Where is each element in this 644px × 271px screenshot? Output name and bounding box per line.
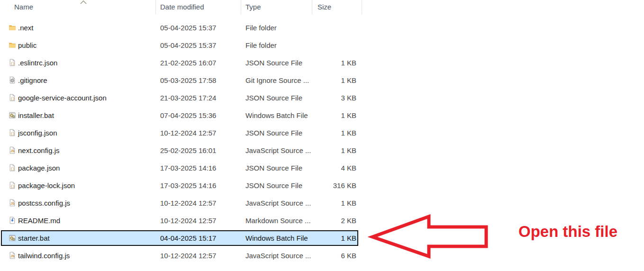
- md-icon: [9, 217, 16, 224]
- js-icon: JS: [9, 199, 16, 207]
- file-date-modified: 05-04-2025 15:37: [160, 36, 216, 54]
- json-icon: {}: [9, 164, 16, 172]
- file-type: File folder: [245, 36, 277, 54]
- file-date-modified: 05-03-2025 17:58: [160, 72, 216, 89]
- column-separator[interactable]: [155, 0, 156, 14]
- file-date-modified: 21-03-2025 17:24: [160, 89, 216, 107]
- file-date-modified: 10-12-2024 12:57: [160, 212, 216, 229]
- file-row[interactable]: installer.bat07-04-2025 15:36Windows Bat…: [0, 107, 362, 124]
- file-date-modified: 05-04-2025 15:37: [160, 19, 216, 36]
- file-row[interactable]: .next05-04-2025 15:37File folder: [0, 19, 362, 36]
- file-date-modified: 25-02-2025 16:01: [160, 142, 216, 159]
- file-type: Windows Batch File: [245, 107, 308, 124]
- file-type: JSON Source File: [245, 54, 302, 72]
- file-row[interactable]: public05-04-2025 15:37File folder: [0, 36, 362, 54]
- file-row[interactable]: JSpostcss.config.js10-12-2024 12:57JavaS…: [0, 194, 362, 212]
- file-type: Markdown Source ...: [245, 212, 311, 229]
- file-row[interactable]: {}google-service-account.json21-03-2025 …: [0, 89, 362, 107]
- column-header-name[interactable]: Name: [14, 3, 33, 11]
- file-date-modified: 10-12-2024 12:57: [160, 247, 216, 264]
- json-icon: {}: [9, 94, 16, 101]
- file-type: JSON Source File: [245, 89, 302, 107]
- file-name: public: [18, 36, 36, 54]
- file-row[interactable]: starter.bat04-04-2025 15:17Windows Batch…: [0, 229, 362, 247]
- file-type: File folder: [245, 19, 277, 36]
- column-header-size[interactable]: Size: [317, 3, 331, 11]
- column-separator[interactable]: [241, 0, 241, 14]
- file-size: 4 KB: [312, 159, 356, 177]
- file-row[interactable]: {}package-lock.json17-03-2025 14:16JSON …: [0, 177, 362, 194]
- file-date-modified: 10-12-2024 12:57: [160, 124, 216, 142]
- svg-text:{}: {}: [11, 62, 15, 65]
- file-type: JavaScript Source ...: [245, 194, 311, 212]
- column-header-row: Name Date modified Type Size: [0, 0, 365, 14]
- file-date-modified: 17-03-2025 14:16: [160, 159, 216, 177]
- file-date-modified: 17-03-2025 14:16: [160, 177, 216, 194]
- column-header-type[interactable]: Type: [245, 3, 261, 11]
- file-date-modified: 07-04-2025 15:36: [160, 107, 216, 124]
- file-size: 1 KB: [312, 124, 356, 142]
- file-type: JavaScript Source ...: [245, 142, 311, 159]
- file-row[interactable]: .gitignore05-03-2025 17:58Git Ignore Sou…: [0, 72, 362, 89]
- sort-ascending-icon: [80, 0, 87, 5]
- svg-text:{}: {}: [11, 97, 15, 100]
- svg-text:{}: {}: [11, 167, 15, 171]
- svg-text:{}: {}: [11, 184, 15, 188]
- file-size: 1 KB: [312, 72, 356, 89]
- column-separator[interactable]: [312, 0, 312, 14]
- file-name: google-service-account.json: [18, 89, 107, 107]
- file-name: .eslintrc.json: [18, 54, 57, 72]
- file-row[interactable]: README.md10-12-2024 12:57Markdown Source…: [0, 212, 362, 229]
- file-size: 3 KB: [312, 89, 356, 107]
- file-size: 6 KB: [312, 247, 356, 264]
- file-row[interactable]: {}package.json17-03-2025 14:16JSON Sourc…: [0, 159, 362, 177]
- column-header-date-modified[interactable]: Date modified: [160, 3, 204, 11]
- file-size: 1 KB: [312, 229, 356, 247]
- file-size: 2 KB: [312, 212, 356, 229]
- column-separator[interactable]: [362, 0, 362, 14]
- file-size: [312, 36, 356, 54]
- json-icon: {}: [9, 59, 16, 66]
- gear-icon: [9, 76, 16, 84]
- file-type: JSON Source File: [245, 177, 302, 194]
- file-row[interactable]: {}jsconfig.json10-12-2024 12:57JSON Sour…: [0, 124, 362, 142]
- folder-icon: [9, 24, 16, 31]
- file-size: 1 KB: [312, 107, 356, 124]
- file-name: .gitignore: [18, 72, 47, 89]
- json-icon: {}: [9, 129, 16, 136]
- file-name: README.md: [18, 212, 60, 229]
- file-size: [312, 19, 356, 36]
- file-name: package-lock.json: [18, 177, 75, 194]
- file-type: Git Ignore Source ...: [245, 72, 309, 89]
- file-name: jsconfig.json: [18, 124, 57, 142]
- svg-text:JS: JS: [10, 202, 15, 205]
- file-type: JavaScript Source ...: [245, 247, 311, 264]
- file-size: 1 KB: [312, 142, 356, 159]
- file-row[interactable]: JStailwind.config.js10-12-2024 12:57Java…: [0, 247, 362, 264]
- file-name: postcss.config.js: [18, 194, 70, 212]
- svg-text:{}: {}: [11, 132, 15, 136]
- file-row[interactable]: JSnext.config.js25-02-2025 16:01JavaScri…: [0, 142, 362, 159]
- file-type: JSON Source File: [245, 159, 302, 177]
- bat-icon: [9, 234, 16, 242]
- file-name: installer.bat: [18, 107, 54, 124]
- js-icon: JS: [9, 146, 16, 154]
- file-row[interactable]: {}.eslintrc.json21-02-2025 16:07JSON Sou…: [0, 54, 362, 72]
- file-name: starter.bat: [18, 229, 50, 247]
- file-name: package.json: [18, 159, 60, 177]
- file-type: JSON Source File: [245, 124, 302, 142]
- js-icon: JS: [9, 252, 16, 259]
- svg-text:JS: JS: [10, 254, 15, 258]
- annotation-text: Open this file: [518, 223, 617, 241]
- file-name: next.config.js: [18, 142, 60, 159]
- file-date-modified: 10-12-2024 12:57: [160, 194, 216, 212]
- file-size: 1 KB: [312, 194, 356, 212]
- json-icon: {}: [9, 181, 16, 189]
- file-size: 316 KB: [312, 177, 356, 194]
- file-type: Windows Batch File: [245, 229, 308, 247]
- file-size: 1 KB: [312, 54, 356, 72]
- folder-icon: [9, 41, 16, 49]
- file-date-modified: 04-04-2025 15:17: [160, 229, 216, 247]
- file-date-modified: 21-02-2025 16:07: [160, 54, 216, 72]
- svg-text:JS: JS: [10, 149, 15, 153]
